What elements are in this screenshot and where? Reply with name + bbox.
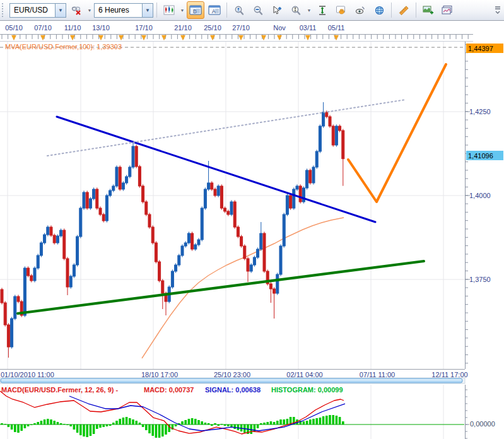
add-chart-button[interactable] <box>419 1 437 19</box>
chart-type-button[interactable] <box>160 1 178 19</box>
macd-histogram-bar <box>102 424 105 427</box>
blue-trendline[interactable] <box>57 117 375 222</box>
panel-toggle-a-button[interactable]: A <box>206 1 223 19</box>
toolbar-grip[interactable] <box>2 3 6 17</box>
ruler-icon <box>398 5 409 16</box>
h-scrollbar-thumb-highlight <box>1 379 462 381</box>
candlestick-chart-icon <box>163 5 175 15</box>
add-image-icon <box>423 5 434 15</box>
candle <box>138 167 141 186</box>
pointer-add-button[interactable] <box>268 1 286 19</box>
candle <box>60 230 62 236</box>
find-button[interactable] <box>230 1 248 19</box>
macd-histogram-bar <box>191 418 194 424</box>
zoom-out-icon <box>252 5 264 16</box>
window-b-icon: B <box>189 5 202 15</box>
candle <box>263 233 266 271</box>
candle <box>197 240 200 245</box>
period-combo[interactable]: 6 Heures ▼ <box>94 3 153 18</box>
macd-histogram-bar <box>266 422 269 424</box>
macd-histogram-bar <box>237 424 240 430</box>
candle <box>33 268 36 281</box>
candle <box>335 126 337 145</box>
dotted-trendline[interactable] <box>47 100 406 156</box>
candle <box>319 126 321 151</box>
macd-histogram-bar <box>47 419 49 424</box>
globe-button[interactable] <box>370 1 388 19</box>
macd-histogram-bar <box>14 424 16 432</box>
chevron-down-icon[interactable]: ▼ <box>179 2 185 18</box>
candle <box>250 265 252 271</box>
eye-arrow-icon <box>355 5 366 15</box>
candle <box>155 243 157 262</box>
macd-histogram-bar <box>115 421 118 424</box>
view-refresh-button[interactable] <box>351 1 369 19</box>
macd-histogram-bar <box>151 424 154 436</box>
date-marker-icon <box>181 35 185 40</box>
macd-histogram-bar <box>233 424 236 429</box>
macd-histogram-bar <box>279 419 282 424</box>
green-trendline[interactable] <box>18 261 424 313</box>
macd-histogram-bar <box>90 424 92 436</box>
chevron-down-icon[interactable]: ▼ <box>142 4 153 17</box>
chevron-down-icon[interactable]: ▼ <box>55 4 66 17</box>
macd-histogram-bar <box>165 424 167 435</box>
macd-histogram-bar <box>86 424 88 437</box>
chart-gallery-button[interactable] <box>438 1 456 19</box>
panel-toggle-b-button[interactable]: B <box>187 1 204 19</box>
symbol-combo[interactable]: EUR/USD ▼ <box>9 3 66 18</box>
ruler-button[interactable] <box>395 1 413 19</box>
overflow-chevron-icon <box>495 5 501 15</box>
candle <box>273 289 276 293</box>
candle <box>211 183 213 189</box>
candle <box>47 227 49 235</box>
candle <box>76 237 79 265</box>
orange-projection-line[interactable] <box>348 64 446 202</box>
macd-histogram-bar <box>306 421 308 424</box>
candle <box>293 189 295 208</box>
candle <box>112 186 115 190</box>
pan-button[interactable] <box>332 1 350 19</box>
macd-histogram-bar <box>184 420 187 424</box>
candle <box>37 255 39 268</box>
chevron-down-icon[interactable]: ▼ <box>86 2 93 18</box>
candle <box>269 284 272 289</box>
candle <box>208 183 210 189</box>
candle <box>214 189 216 196</box>
toolbar-overflow-button[interactable] <box>493 1 503 19</box>
fit-height-button[interactable] <box>314 1 331 19</box>
zoom-out-button[interactable] <box>249 1 267 19</box>
chevron-down-icon[interactable]: ▼ <box>306 2 312 18</box>
macd-histogram-bar <box>73 424 76 430</box>
globe-icon <box>374 5 385 16</box>
candle <box>224 208 226 211</box>
candle <box>201 208 203 240</box>
macd-histogram-bar <box>24 424 26 428</box>
candle <box>332 126 334 145</box>
pan-hand-icon <box>336 5 347 15</box>
candle <box>283 214 285 246</box>
macd-histogram-bar <box>339 417 341 424</box>
candle <box>158 262 161 281</box>
candle <box>126 177 128 183</box>
date-marker-icon <box>71 35 75 40</box>
candle <box>329 117 331 126</box>
candle <box>260 233 262 249</box>
candle <box>102 214 105 221</box>
macd-histogram-bar <box>44 419 46 424</box>
unlink-symbol-button[interactable] <box>67 1 85 19</box>
candle <box>253 257 255 265</box>
zoom-tool-button[interactable] <box>287 1 305 19</box>
candle <box>99 208 102 214</box>
candle <box>30 276 33 281</box>
candle <box>306 170 308 188</box>
candle <box>204 189 206 208</box>
macd-histogram-bar <box>148 424 151 433</box>
candle <box>184 243 187 246</box>
macd-histogram-bar <box>319 418 322 424</box>
candle <box>14 296 16 319</box>
macd-histogram-bar <box>79 424 82 435</box>
macd-histogram-bar <box>161 424 164 436</box>
macd-histogram-bar <box>303 421 305 424</box>
candle <box>296 186 298 189</box>
